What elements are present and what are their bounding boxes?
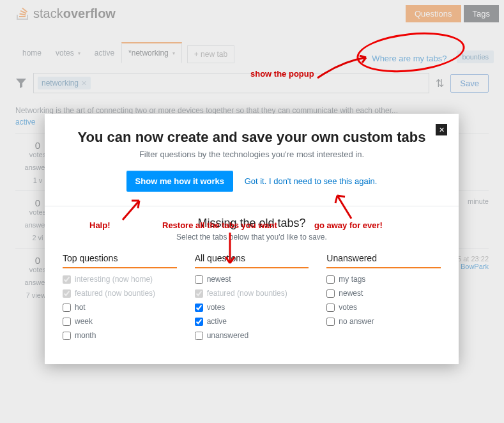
modal-title: You can now create and save your own cus… [63,129,441,146]
tab-option-checkbox[interactable] [195,304,203,312]
tab-option-label: featured (now bounties) [207,289,287,298]
tab-option[interactable]: week [63,317,177,326]
tab-option-label: newest [339,289,363,298]
tab-option[interactable]: active [195,317,309,326]
tab-option-label: my tags [339,275,365,284]
tab-option-label: featured (now bounties) [75,289,155,298]
tab-option[interactable]: unanswered [195,331,309,340]
column-header: Top questions [63,253,177,268]
tab-option-label: interesting (now home) [75,275,153,284]
tab-option-label: unanswered [207,331,248,340]
missing-tabs-heading: Missing the old tabs? [63,217,441,230]
tab-option-label: week [75,317,93,326]
tab-option-checkbox[interactable] [326,304,335,312]
show-me-how-button[interactable]: Show me how it works [126,171,233,192]
tab-option-label: hot [75,303,86,312]
tab-option-label: votes [339,303,357,312]
tab-option: featured (now bounties) [63,289,177,298]
tab-option[interactable]: newest [195,275,309,284]
column-header: All questions [195,253,309,268]
tab-option[interactable]: votes [326,303,441,312]
tab-option-label: newest [207,275,231,284]
tab-option-label: active [207,317,227,326]
tab-option-label: votes [207,303,225,312]
tab-option-checkbox[interactable] [326,275,335,284]
tab-option[interactable]: my tags [326,275,441,284]
tab-option-checkbox[interactable] [195,332,203,340]
tab-option[interactable]: newest [326,289,441,298]
tab-option[interactable]: no answer [326,317,441,326]
tab-option-checkbox [195,289,203,298]
tab-option: interesting (now home) [63,275,177,284]
tab-option[interactable]: votes [195,303,309,312]
tab-option-checkbox[interactable] [63,332,71,340]
tab-option: featured (now bounties) [195,289,309,298]
column-header: Unanswered [326,253,441,268]
tab-option-checkbox [63,275,71,284]
modal-subtitle: Filter questions by the technologies you… [63,150,441,159]
tab-option-checkbox[interactable] [326,289,335,298]
tab-option-checkbox[interactable] [195,275,203,284]
tab-option-checkbox[interactable] [63,318,71,326]
tab-option[interactable]: hot [63,303,177,312]
tab-option-checkbox[interactable] [326,318,335,326]
tab-option-label: no answer [339,317,374,326]
tab-option-label: month [75,331,96,340]
tab-option-checkbox [63,289,71,298]
tab-option-checkbox[interactable] [63,304,71,312]
tab-option-checkbox[interactable] [195,318,203,326]
missing-tabs-subtitle: Select the tabs below that you'd like to… [63,233,441,242]
dismiss-link[interactable]: Got it. I don't need to see this again. [245,176,378,186]
tab-option[interactable]: month [63,331,177,340]
close-icon[interactable]: ✕ [436,124,447,135]
custom-tabs-modal: ✕ You can now create and save your own c… [45,114,459,364]
